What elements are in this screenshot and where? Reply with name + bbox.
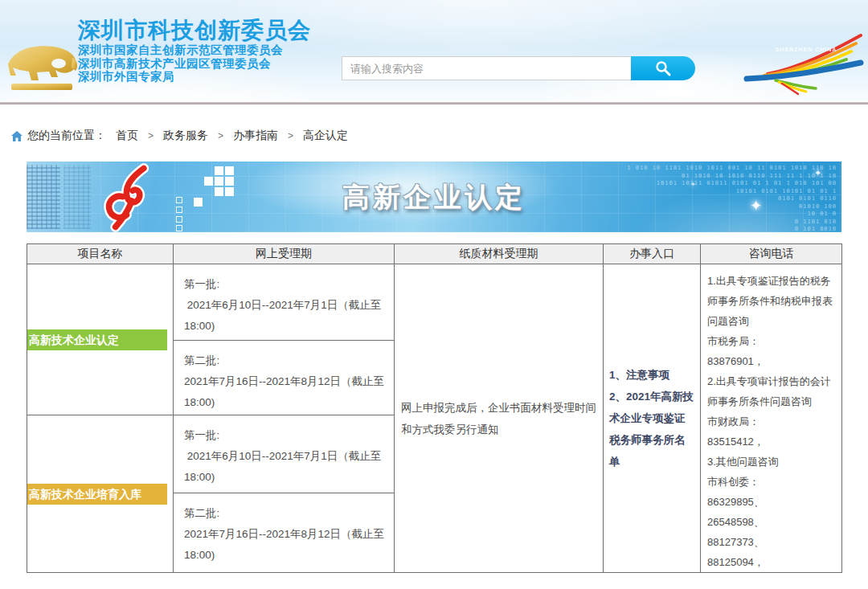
breadcrumb-separator: >: [288, 130, 293, 141]
breadcrumb-link-current[interactable]: 高企认定: [303, 129, 348, 143]
consult-phone: 83515412，: [707, 432, 835, 452]
search-icon: [654, 59, 672, 77]
guide-table: 项目名称 网上受理期 纸质材料受理期 办事入口 咨询电话 高新技术企业认定 第一…: [27, 243, 842, 573]
consult-phone: 83876901，: [707, 351, 835, 371]
col-header-project: 项目名称: [27, 244, 174, 264]
batch-period: 2021年6月10日--2021年7月1日（截止至18:00): [184, 446, 392, 488]
consult-line: 市科创委：: [707, 472, 835, 492]
project-badge-recognition: 高新技术企业认定: [27, 329, 167, 350]
pixel-square-outline: [176, 225, 182, 231]
table-row: 高新技术企业认定 第一批: 2021年6月10日--2021年7月1日（截止至1…: [27, 264, 842, 341]
consult-phone: 86329895、: [707, 492, 835, 512]
breadcrumb-label: 您的当前位置：: [27, 129, 106, 143]
page-title: 高新企业认定: [27, 179, 841, 216]
pixel-square: [225, 166, 234, 175]
project-badge-cultivation: 高新技术企业培育入库: [27, 484, 167, 505]
paper-note: 网上申报完成后，企业书面材料受理时间和方式我委另行通知: [401, 397, 596, 440]
col-header-phone: 咨询电话: [701, 244, 842, 264]
sparkle-icon: ✦: [814, 168, 821, 178]
org-subtitle-1: 深圳市国家自主创新示范区管理委员会: [78, 43, 311, 57]
batch-label: 第二批:: [184, 503, 392, 524]
site-header: 深圳市科技创新委员会 深圳市国家自主创新示范区管理委员会 深圳市高新技术产业园区…: [0, 0, 868, 102]
consult-line: 2.出具专项审计报告的会计师事务所条件问题咨询: [707, 371, 835, 411]
batch-cell: 第一批: 2021年6月10日--2021年7月1日（截止至18:00): [174, 264, 395, 341]
header-divider: [0, 102, 868, 104]
consult-line: 3.其他问题咨询: [707, 452, 835, 472]
batch-period: 2021年6月10日--2021年7月1日（截止至18:00): [184, 295, 392, 337]
col-header-online-period: 网上受理期: [174, 244, 395, 264]
batch-label: 第一批:: [184, 425, 392, 446]
consult-line: 1.出具专项鉴证报告的税务师事务所条件和纳税申报表问题咨询: [707, 271, 835, 331]
consult-phone: 26548598、: [707, 512, 835, 532]
consult-line: 市财政局：: [707, 411, 835, 432]
breadcrumb-separator: >: [218, 130, 223, 141]
org-title: 深圳市科技创新委员会: [78, 18, 311, 43]
col-header-entry: 办事入口: [604, 244, 701, 264]
batch-cell: 第二批: 2021年7月16日--2021年8月12日（截止至18:00): [174, 341, 395, 415]
page-banner: 1 010 10 1101 1010 1011 001 10 11 0101 1…: [27, 162, 841, 232]
batch-period: 2021年7月16日--2021年8月12日（截止至18:00): [184, 524, 392, 566]
consult-phone: 88125094，: [707, 552, 835, 572]
city-wing-logo: SHENZHEN CHINA: [743, 32, 864, 96]
col-header-paper-period: 纸质材料受理期: [395, 244, 604, 264]
search-button[interactable]: [631, 56, 695, 80]
entry-link-notes[interactable]: 1、注意事项: [609, 364, 694, 386]
search-bar: [342, 56, 695, 80]
pixel-square-outline: [176, 216, 182, 223]
org-subtitle-3: 深圳市外国专家局: [78, 70, 311, 84]
org-block: 深圳市科技创新委员会 深圳市国家自主创新示范区管理委员会 深圳市高新技术产业园区…: [78, 18, 311, 84]
consult-cell: 1.出具专项鉴证报告的税务师事务所条件和纳税申报表问题咨询 市税务局： 8387…: [701, 264, 842, 573]
pixel-square: [215, 166, 223, 175]
search-input[interactable]: [342, 56, 631, 80]
table-header-row: 项目名称 网上受理期 纸质材料受理期 办事入口 咨询电话: [27, 244, 842, 264]
bull-logo-icon: [5, 34, 80, 93]
breadcrumb-link-guide[interactable]: 办事指南: [233, 129, 278, 143]
org-subtitle-2: 深圳市高新技术产业园区管理委员会: [78, 57, 311, 71]
paper-note-cell: 网上申报完成后，企业书面材料受理时间和方式我委另行通知: [395, 264, 604, 573]
home-icon: [11, 131, 23, 141]
batch-period: 2021年7月16日--2021年8月12日（截止至18:00): [184, 371, 392, 413]
batch-cell: 第二批: 2021年7月16日--2021年8月12日（截止至18:00): [174, 493, 395, 573]
breadcrumb-separator: >: [148, 130, 154, 141]
breadcrumb: 您的当前位置： 首页 > 政务服务 > 办事指南 > 高企认定: [11, 129, 358, 143]
batch-label: 第一批:: [184, 274, 392, 295]
batch-cell: 第一批: 2021年6月10日--2021年7月1日（截止至18:00): [174, 415, 395, 493]
project-cell-cultivation: 高新技术企业培育入库: [27, 415, 174, 573]
entry-link-agency-list[interactable]: 2、2021年高新技术企业专项鉴证税务师事务所名单: [609, 386, 694, 472]
entry-cell: 1、注意事项 2、2021年高新技术企业专项鉴证税务师事务所名单: [604, 264, 701, 573]
batch-label: 第二批:: [184, 350, 392, 371]
consult-line: 市税务局：: [707, 331, 835, 351]
consult-phone: 88127373、: [707, 532, 835, 552]
wing-icon: [743, 32, 864, 96]
city-logo-caption: SHENZHEN CHINA: [758, 47, 854, 52]
project-cell-recognition: 高新技术企业认定: [27, 264, 174, 415]
breadcrumb-link-services[interactable]: 政务服务: [163, 129, 208, 143]
breadcrumb-link-home[interactable]: 首页: [116, 129, 138, 143]
